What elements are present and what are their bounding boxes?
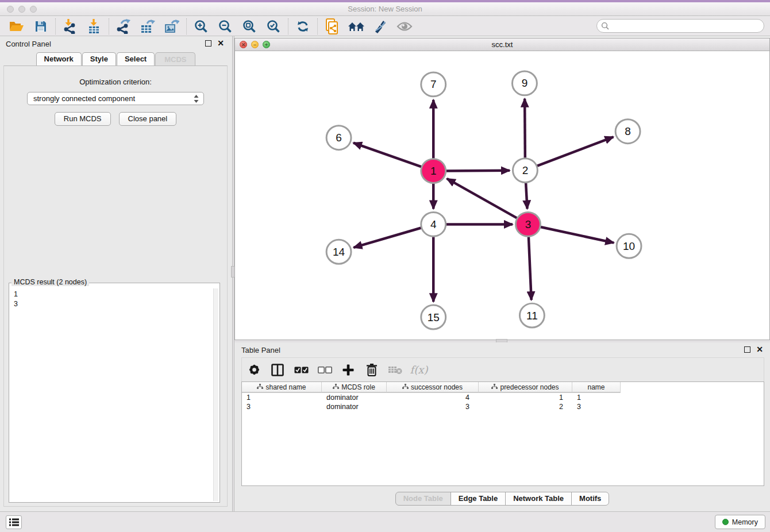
tab-select[interactable]: Select xyxy=(117,52,155,67)
hierarchy-icon xyxy=(402,383,409,391)
cell-MCDS-role[interactable]: dominator xyxy=(322,402,387,411)
node-3[interactable]: 3 xyxy=(515,212,540,236)
close-table-panel-icon[interactable]: ✕ xyxy=(756,345,763,353)
column-header-MCDS-role[interactable]: MCDS role xyxy=(322,382,387,393)
criterion-dropdown[interactable]: strongly connected component xyxy=(27,92,204,105)
node-4[interactable]: 4 xyxy=(421,212,446,236)
gear-icon[interactable] xyxy=(247,363,261,377)
save-icon[interactable] xyxy=(29,18,53,35)
import-table-icon[interactable] xyxy=(82,18,106,35)
node-10[interactable]: 10 xyxy=(617,234,641,258)
node-1[interactable]: 1 xyxy=(421,159,446,183)
open-folder-icon[interactable] xyxy=(5,18,29,35)
network-view-window: ✕ − + scc.txt 7968124314101511 xyxy=(234,38,770,340)
column-header-predecessor-nodes[interactable]: predecessor nodes xyxy=(479,382,572,393)
cell-successor-nodes[interactable]: 4 xyxy=(387,393,479,402)
cell-name[interactable]: 1 xyxy=(572,393,621,402)
node-14[interactable]: 14 xyxy=(326,240,351,264)
import-network-icon[interactable] xyxy=(58,18,82,35)
deselect-all-icon[interactable] xyxy=(317,363,332,377)
cell-shared-name[interactable]: 1 xyxy=(242,393,322,402)
add-icon[interactable] xyxy=(341,363,356,377)
export-table-icon[interactable] xyxy=(136,18,160,35)
select-all-icon[interactable] xyxy=(294,363,309,377)
tab-style[interactable]: Style xyxy=(82,52,116,67)
tab-network-table[interactable]: Network Table xyxy=(505,492,572,506)
node-8[interactable]: 8 xyxy=(615,119,640,144)
window-titlebar: Session: New Session xyxy=(0,2,770,16)
tab-node-table[interactable]: Node Table xyxy=(395,492,451,506)
network-file-icon[interactable] xyxy=(320,18,344,35)
trash-icon[interactable] xyxy=(364,363,379,377)
svg-text:4: 4 xyxy=(430,218,437,230)
zoom-fit-icon[interactable] xyxy=(237,18,261,35)
edge-4-14[interactable] xyxy=(353,228,421,247)
refresh-icon[interactable] xyxy=(291,18,315,35)
node-11[interactable]: 11 xyxy=(519,303,544,327)
edge-3-10[interactable] xyxy=(540,227,614,243)
node-table[interactable]: shared nameMCDS rolesuccessor nodesprede… xyxy=(241,381,764,486)
cell-name[interactable]: 3 xyxy=(572,402,621,411)
network-window-titlebar[interactable]: ✕ − + scc.txt xyxy=(235,38,769,51)
float-panel-icon[interactable] xyxy=(205,40,211,47)
svg-text:8: 8 xyxy=(625,125,631,137)
edge-3-1[interactable] xyxy=(447,179,517,218)
cell-MCDS-role[interactable]: dominator xyxy=(322,393,387,402)
tab-mcds[interactable]: MCDS xyxy=(155,52,195,67)
column-header-name[interactable]: name xyxy=(572,382,621,393)
cell-shared-name[interactable]: 3 xyxy=(242,402,322,411)
tab-edge-table[interactable]: Edge Table xyxy=(451,492,506,506)
close-panel-button[interactable]: Close panel xyxy=(119,112,177,126)
hierarchy-icon xyxy=(333,383,339,391)
table-row[interactable]: 3dominator323 xyxy=(242,402,764,411)
cell-successor-nodes[interactable]: 3 xyxy=(387,402,479,411)
edge-2-9[interactable] xyxy=(525,99,525,158)
search-field[interactable] xyxy=(596,19,764,33)
cell-predecessor-nodes[interactable]: 2 xyxy=(479,402,572,411)
zoom-in-icon[interactable] xyxy=(189,18,213,35)
table-row[interactable]: 1dominator411 xyxy=(242,393,764,402)
edge-2-8[interactable] xyxy=(537,137,613,165)
search-input[interactable] xyxy=(596,19,764,33)
close-panel-icon[interactable]: ✕ xyxy=(217,39,224,47)
edge-1-2[interactable] xyxy=(446,171,510,171)
memory-button[interactable]: Memory xyxy=(715,515,765,529)
split-columns-icon[interactable] xyxy=(270,363,285,377)
run-mcds-button[interactable]: Run MCDS xyxy=(55,112,111,126)
control-panel-title: Control Panel xyxy=(6,40,51,48)
node-15[interactable]: 15 xyxy=(421,305,446,329)
node-9[interactable]: 9 xyxy=(512,71,537,95)
control-panel-tabs: NetworkStyleSelectMCDS xyxy=(0,52,232,67)
export-image-icon[interactable] xyxy=(160,18,184,35)
tab-motifs[interactable]: Motifs xyxy=(571,492,609,506)
memory-label: Memory xyxy=(732,518,758,526)
svg-text:14: 14 xyxy=(333,246,345,258)
export-network-icon[interactable] xyxy=(111,18,136,35)
search-icon xyxy=(601,22,609,32)
chevron-updown-icon xyxy=(193,94,199,105)
edge-3-11[interactable] xyxy=(529,237,532,300)
edge-1-6[interactable] xyxy=(353,143,421,167)
eye-icon[interactable] xyxy=(392,18,417,35)
mcds-result-list[interactable]: 13 xyxy=(10,288,213,501)
table-panel-title: Table Panel xyxy=(241,346,280,354)
column-header-shared-name[interactable]: shared name xyxy=(242,382,322,393)
zoom-out-icon[interactable] xyxy=(213,18,237,35)
paint-icon[interactable] xyxy=(368,18,392,35)
task-history-button[interactable] xyxy=(6,515,22,529)
result-scrollbar[interactable] xyxy=(213,288,218,501)
tab-network[interactable]: Network xyxy=(36,52,82,67)
cell-predecessor-nodes[interactable]: 1 xyxy=(479,393,572,402)
network-canvas[interactable]: 7968124314101511 xyxy=(235,51,769,340)
toolbar-separator xyxy=(317,18,318,34)
main-toolbar xyxy=(0,17,770,36)
float-table-panel-icon[interactable] xyxy=(744,346,750,353)
edge-2-3[interactable] xyxy=(526,183,527,209)
homes-icon[interactable] xyxy=(344,18,368,35)
node-7[interactable]: 7 xyxy=(421,72,446,97)
toolbar-separator xyxy=(288,18,288,34)
node-6[interactable]: 6 xyxy=(326,126,351,150)
column-header-successor-nodes[interactable]: successor nodes xyxy=(387,382,479,393)
node-2[interactable]: 2 xyxy=(513,159,537,183)
zoom-selected-icon[interactable] xyxy=(261,18,286,35)
